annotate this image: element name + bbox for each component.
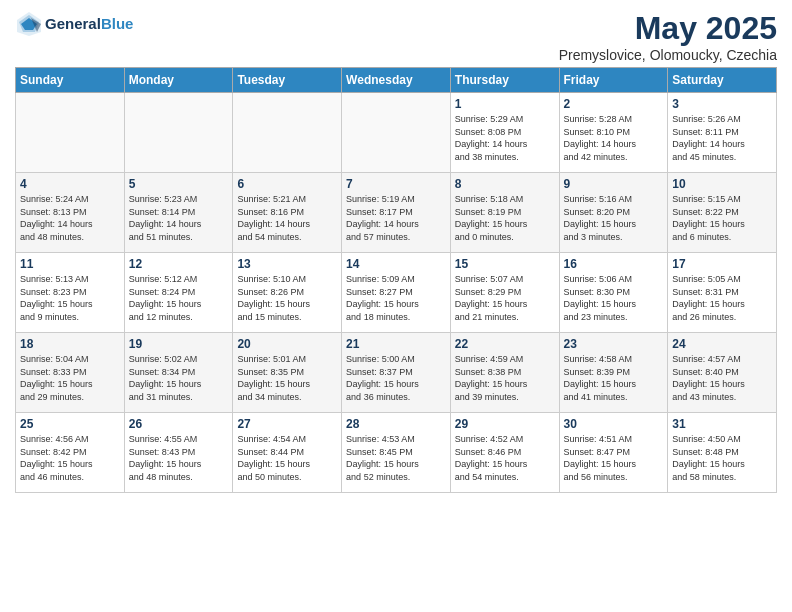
day-info: Sunrise: 5:24 AM Sunset: 8:13 PM Dayligh… bbox=[20, 193, 120, 243]
calendar-cell bbox=[233, 93, 342, 173]
page-container: GeneralBlue May 2025 Premyslovice, Olomo… bbox=[0, 0, 792, 503]
day-info: Sunrise: 5:19 AM Sunset: 8:17 PM Dayligh… bbox=[346, 193, 446, 243]
logo-name: GeneralBlue bbox=[45, 15, 133, 33]
calendar-cell bbox=[124, 93, 233, 173]
title-block: May 2025 Premyslovice, Olomoucky, Czechi… bbox=[559, 10, 777, 63]
day-number: 19 bbox=[129, 337, 229, 351]
weekday-header-row: SundayMondayTuesdayWednesdayThursdayFrid… bbox=[16, 68, 777, 93]
calendar-cell: 19Sunrise: 5:02 AM Sunset: 8:34 PM Dayli… bbox=[124, 333, 233, 413]
calendar-cell: 21Sunrise: 5:00 AM Sunset: 8:37 PM Dayli… bbox=[342, 333, 451, 413]
calendar-cell: 20Sunrise: 5:01 AM Sunset: 8:35 PM Dayli… bbox=[233, 333, 342, 413]
day-number: 11 bbox=[20, 257, 120, 271]
day-number: 10 bbox=[672, 177, 772, 191]
day-number: 9 bbox=[564, 177, 664, 191]
calendar-cell: 23Sunrise: 4:58 AM Sunset: 8:39 PM Dayli… bbox=[559, 333, 668, 413]
logo-icon bbox=[15, 10, 43, 38]
calendar-cell: 3Sunrise: 5:26 AM Sunset: 8:11 PM Daylig… bbox=[668, 93, 777, 173]
calendar-cell: 4Sunrise: 5:24 AM Sunset: 8:13 PM Daylig… bbox=[16, 173, 125, 253]
day-info: Sunrise: 4:57 AM Sunset: 8:40 PM Dayligh… bbox=[672, 353, 772, 403]
day-info: Sunrise: 5:29 AM Sunset: 8:08 PM Dayligh… bbox=[455, 113, 555, 163]
day-info: Sunrise: 5:01 AM Sunset: 8:35 PM Dayligh… bbox=[237, 353, 337, 403]
weekday-header-thursday: Thursday bbox=[450, 68, 559, 93]
day-info: Sunrise: 4:55 AM Sunset: 8:43 PM Dayligh… bbox=[129, 433, 229, 483]
calendar-cell: 24Sunrise: 4:57 AM Sunset: 8:40 PM Dayli… bbox=[668, 333, 777, 413]
calendar-cell: 15Sunrise: 5:07 AM Sunset: 8:29 PM Dayli… bbox=[450, 253, 559, 333]
month-title: May 2025 bbox=[559, 10, 777, 47]
calendar-cell: 5Sunrise: 5:23 AM Sunset: 8:14 PM Daylig… bbox=[124, 173, 233, 253]
calendar-cell: 2Sunrise: 5:28 AM Sunset: 8:10 PM Daylig… bbox=[559, 93, 668, 173]
day-info: Sunrise: 5:10 AM Sunset: 8:26 PM Dayligh… bbox=[237, 273, 337, 323]
day-number: 30 bbox=[564, 417, 664, 431]
day-info: Sunrise: 4:51 AM Sunset: 8:47 PM Dayligh… bbox=[564, 433, 664, 483]
day-info: Sunrise: 5:18 AM Sunset: 8:19 PM Dayligh… bbox=[455, 193, 555, 243]
day-number: 17 bbox=[672, 257, 772, 271]
day-number: 12 bbox=[129, 257, 229, 271]
week-row-1: 1Sunrise: 5:29 AM Sunset: 8:08 PM Daylig… bbox=[16, 93, 777, 173]
logo: GeneralBlue bbox=[15, 10, 133, 38]
calendar-cell: 17Sunrise: 5:05 AM Sunset: 8:31 PM Dayli… bbox=[668, 253, 777, 333]
calendar-cell: 25Sunrise: 4:56 AM Sunset: 8:42 PM Dayli… bbox=[16, 413, 125, 493]
day-info: Sunrise: 5:02 AM Sunset: 8:34 PM Dayligh… bbox=[129, 353, 229, 403]
week-row-5: 25Sunrise: 4:56 AM Sunset: 8:42 PM Dayli… bbox=[16, 413, 777, 493]
day-info: Sunrise: 5:12 AM Sunset: 8:24 PM Dayligh… bbox=[129, 273, 229, 323]
day-number: 13 bbox=[237, 257, 337, 271]
day-info: Sunrise: 5:07 AM Sunset: 8:29 PM Dayligh… bbox=[455, 273, 555, 323]
day-number: 5 bbox=[129, 177, 229, 191]
calendar-cell: 13Sunrise: 5:10 AM Sunset: 8:26 PM Dayli… bbox=[233, 253, 342, 333]
day-number: 26 bbox=[129, 417, 229, 431]
day-info: Sunrise: 4:52 AM Sunset: 8:46 PM Dayligh… bbox=[455, 433, 555, 483]
day-info: Sunrise: 5:16 AM Sunset: 8:20 PM Dayligh… bbox=[564, 193, 664, 243]
header: GeneralBlue May 2025 Premyslovice, Olomo… bbox=[15, 10, 777, 63]
weekday-header-monday: Monday bbox=[124, 68, 233, 93]
day-info: Sunrise: 5:13 AM Sunset: 8:23 PM Dayligh… bbox=[20, 273, 120, 323]
day-number: 25 bbox=[20, 417, 120, 431]
day-number: 6 bbox=[237, 177, 337, 191]
weekday-header-tuesday: Tuesday bbox=[233, 68, 342, 93]
week-row-4: 18Sunrise: 5:04 AM Sunset: 8:33 PM Dayli… bbox=[16, 333, 777, 413]
day-number: 8 bbox=[455, 177, 555, 191]
day-info: Sunrise: 4:54 AM Sunset: 8:44 PM Dayligh… bbox=[237, 433, 337, 483]
day-number: 16 bbox=[564, 257, 664, 271]
day-number: 1 bbox=[455, 97, 555, 111]
calendar-cell: 12Sunrise: 5:12 AM Sunset: 8:24 PM Dayli… bbox=[124, 253, 233, 333]
day-number: 27 bbox=[237, 417, 337, 431]
calendar-cell: 27Sunrise: 4:54 AM Sunset: 8:44 PM Dayli… bbox=[233, 413, 342, 493]
day-number: 15 bbox=[455, 257, 555, 271]
weekday-header-wednesday: Wednesday bbox=[342, 68, 451, 93]
weekday-header-friday: Friday bbox=[559, 68, 668, 93]
day-number: 2 bbox=[564, 97, 664, 111]
calendar-cell: 31Sunrise: 4:50 AM Sunset: 8:48 PM Dayli… bbox=[668, 413, 777, 493]
calendar-cell bbox=[342, 93, 451, 173]
day-info: Sunrise: 4:50 AM Sunset: 8:48 PM Dayligh… bbox=[672, 433, 772, 483]
calendar-cell: 28Sunrise: 4:53 AM Sunset: 8:45 PM Dayli… bbox=[342, 413, 451, 493]
week-row-3: 11Sunrise: 5:13 AM Sunset: 8:23 PM Dayli… bbox=[16, 253, 777, 333]
calendar-cell: 7Sunrise: 5:19 AM Sunset: 8:17 PM Daylig… bbox=[342, 173, 451, 253]
calendar-cell: 22Sunrise: 4:59 AM Sunset: 8:38 PM Dayli… bbox=[450, 333, 559, 413]
calendar-cell: 9Sunrise: 5:16 AM Sunset: 8:20 PM Daylig… bbox=[559, 173, 668, 253]
day-info: Sunrise: 4:59 AM Sunset: 8:38 PM Dayligh… bbox=[455, 353, 555, 403]
day-number: 24 bbox=[672, 337, 772, 351]
day-number: 3 bbox=[672, 97, 772, 111]
day-number: 14 bbox=[346, 257, 446, 271]
day-number: 31 bbox=[672, 417, 772, 431]
day-info: Sunrise: 5:15 AM Sunset: 8:22 PM Dayligh… bbox=[672, 193, 772, 243]
day-info: Sunrise: 4:56 AM Sunset: 8:42 PM Dayligh… bbox=[20, 433, 120, 483]
calendar-cell: 8Sunrise: 5:18 AM Sunset: 8:19 PM Daylig… bbox=[450, 173, 559, 253]
calendar-cell: 26Sunrise: 4:55 AM Sunset: 8:43 PM Dayli… bbox=[124, 413, 233, 493]
day-info: Sunrise: 5:09 AM Sunset: 8:27 PM Dayligh… bbox=[346, 273, 446, 323]
day-number: 29 bbox=[455, 417, 555, 431]
day-number: 23 bbox=[564, 337, 664, 351]
day-info: Sunrise: 5:23 AM Sunset: 8:14 PM Dayligh… bbox=[129, 193, 229, 243]
day-info: Sunrise: 5:00 AM Sunset: 8:37 PM Dayligh… bbox=[346, 353, 446, 403]
weekday-header-sunday: Sunday bbox=[16, 68, 125, 93]
calendar-cell: 30Sunrise: 4:51 AM Sunset: 8:47 PM Dayli… bbox=[559, 413, 668, 493]
calendar-cell: 11Sunrise: 5:13 AM Sunset: 8:23 PM Dayli… bbox=[16, 253, 125, 333]
day-number: 18 bbox=[20, 337, 120, 351]
day-info: Sunrise: 5:28 AM Sunset: 8:10 PM Dayligh… bbox=[564, 113, 664, 163]
calendar-cell bbox=[16, 93, 125, 173]
day-info: Sunrise: 4:53 AM Sunset: 8:45 PM Dayligh… bbox=[346, 433, 446, 483]
day-number: 4 bbox=[20, 177, 120, 191]
week-row-2: 4Sunrise: 5:24 AM Sunset: 8:13 PM Daylig… bbox=[16, 173, 777, 253]
day-number: 20 bbox=[237, 337, 337, 351]
day-info: Sunrise: 5:06 AM Sunset: 8:30 PM Dayligh… bbox=[564, 273, 664, 323]
